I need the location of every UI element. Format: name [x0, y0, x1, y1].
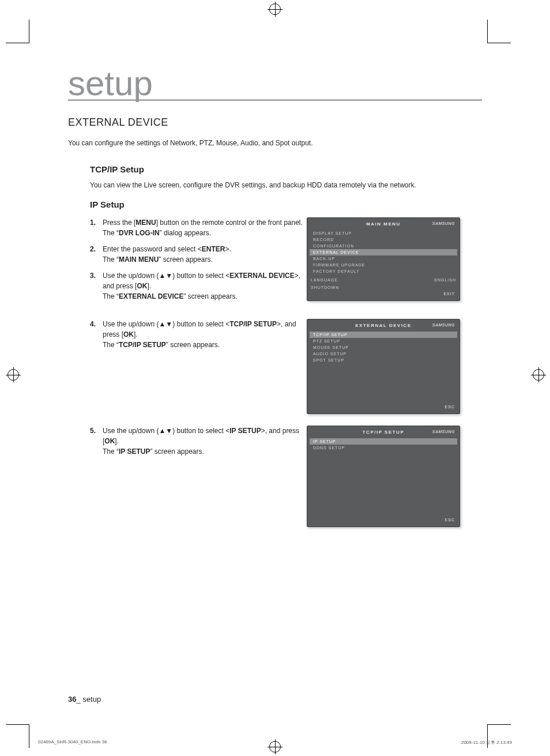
subsection-ip: IP Setup — [90, 200, 482, 209]
step-2: Enter the password and select <ENTER>. T… — [90, 244, 303, 265]
osd-language-value: ENGLISH — [434, 278, 456, 282]
page-number: 36 — [68, 695, 76, 704]
sheet-file: 02489A_SHR-3040_ENG.indb 36 — [38, 739, 107, 746]
osd-menu-item: IP SETUP — [310, 438, 457, 445]
section-intro: You can configure the settings of Networ… — [68, 139, 482, 147]
page-footer: 36_ setup — [68, 695, 101, 704]
osd-menu-item: DDNS SETUP — [310, 445, 457, 451]
osd-main-menu: MAIN MENU SAMSUNG DISPLAY SETUPRECORDCON… — [307, 217, 460, 301]
osd-brand: SAMSUNG — [432, 323, 455, 327]
step-5: Use the up/down (▲▼) button to select <I… — [90, 426, 303, 457]
osd-brand: SAMSUNG — [432, 221, 455, 225]
osd-external-device: EXTERNAL DEVICE SAMSUNG TCP/IP SETUPPTZ … — [307, 319, 460, 414]
osd-exit: EXIT — [307, 289, 459, 297]
osd-menu-item: CONFIGURATION — [310, 243, 457, 249]
osd-menu-item: TCP/IP SETUP — [310, 332, 457, 338]
step-3: Use the up/down (▲▼) button to select <E… — [90, 270, 303, 302]
osd-menu-item: PTZ SETUP — [310, 338, 457, 344]
subsection-intro: You can view the Live screen, configure … — [90, 181, 482, 189]
osd-shutdown: SHUTDOWN — [307, 284, 459, 289]
page-label: _ setup — [76, 695, 101, 704]
sheet-stamp: 2009-11-10 오후 2:13:49 — [461, 739, 512, 746]
osd-menu-item: AUDIO SETUP — [310, 351, 457, 357]
osd-menu-item: BACK-UP — [310, 255, 457, 262]
osd-title: EXTERNAL DEVICE — [355, 323, 411, 328]
osd-menu-item: FIRMWARE UPGRADE — [310, 262, 457, 268]
osd-language-label: LANGUAGE — [311, 278, 338, 282]
chapter-title: setup — [68, 63, 482, 103]
section-heading: EXTERNAL DEVICE — [68, 116, 482, 129]
osd-menu-item: EXTERNAL DEVICE — [310, 249, 457, 255]
osd-brand: SAMSUNG — [432, 430, 455, 434]
osd-menu-item: RECORD — [310, 236, 457, 243]
osd-menu-item: MOUSE SETUP — [310, 344, 457, 351]
step-1: Press the [MENU] button on the remote co… — [90, 217, 303, 238]
step-list: Press the [MENU] button on the remote co… — [90, 217, 303, 302]
subsection-tcpip: TCP/IP Setup — [90, 164, 482, 174]
osd-menu-item: SPOT SETUP — [310, 357, 457, 363]
osd-menu-item: FACTORY DEFAULT — [310, 268, 457, 274]
step-4: Use the up/down (▲▼) button to select <T… — [90, 319, 303, 350]
sheet-footer: 02489A_SHR-3040_ENG.indb 36 2009-11-10 오… — [38, 739, 512, 746]
osd-menu-item: DISPLAY SETUP — [310, 230, 457, 236]
osd-esc: ESC — [307, 403, 459, 410]
osd-tcpip-setup: TCP/IP SETUP SAMSUNG IP SETUPDDNS SETUP … — [307, 426, 460, 527]
osd-title: TCP/IP SETUP — [363, 430, 405, 435]
osd-esc: ESC — [307, 516, 459, 523]
osd-title: MAIN MENU — [366, 221, 401, 227]
